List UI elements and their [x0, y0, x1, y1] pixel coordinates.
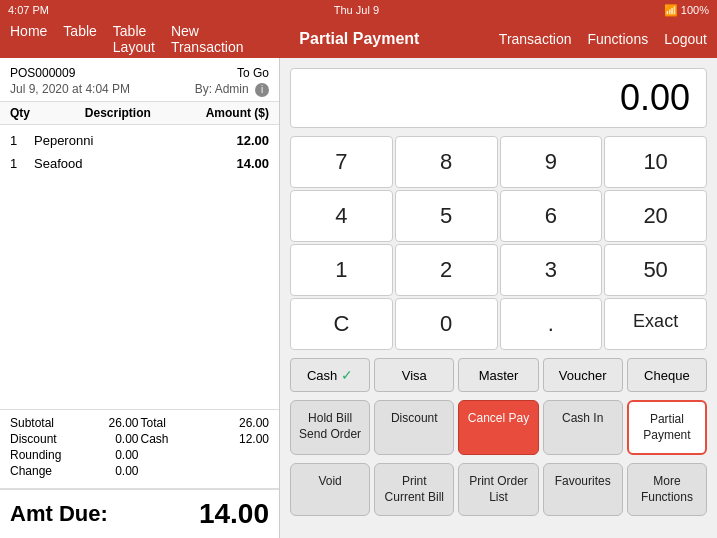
numpad-btn-c[interactable]: C — [290, 298, 393, 350]
col-description: Description — [85, 106, 151, 120]
action-btn-hold-bill-send-order[interactable]: Hold BillSend Order — [290, 400, 370, 455]
status-date: Thu Jul 9 — [334, 4, 379, 16]
numpad-btn-5[interactable]: 5 — [395, 190, 498, 242]
action-btn-favourites[interactable]: Favourites — [543, 463, 623, 516]
change-value: 0.00 — [75, 464, 138, 478]
info-icon[interactable]: i — [255, 83, 269, 97]
item2-desc: Seafood — [34, 156, 236, 171]
nav-logout[interactable]: Logout — [664, 31, 707, 47]
numpad-btn-8[interactable]: 8 — [395, 136, 498, 188]
rounding-value: 0.00 — [75, 448, 138, 462]
discount-value: 0.00 — [75, 432, 138, 446]
numpad-btn-6[interactable]: 6 — [500, 190, 603, 242]
item1-qty: 1 — [10, 133, 34, 148]
action-btn-discount[interactable]: Discount — [374, 400, 454, 455]
nav-table-layout[interactable]: Table Layout — [113, 23, 155, 55]
order-type: To Go — [237, 66, 269, 80]
numpad-btn-7[interactable]: 7 — [290, 136, 393, 188]
active-checkmark: ✓ — [341, 367, 353, 383]
payment-method-voucher[interactable]: Voucher — [543, 358, 623, 392]
nav-home[interactable]: Home — [10, 23, 47, 55]
payment-methods: Cash ✓VisaMasterVoucherCheque — [290, 358, 707, 392]
numpad-btn-9[interactable]: 9 — [500, 136, 603, 188]
receipt-totals: Subtotal 26.00 Total 26.00 Discount 0.00… — [0, 409, 279, 488]
nav-new-transaction[interactable]: New Transaction — [171, 23, 244, 55]
payment-method-cash[interactable]: Cash ✓ — [290, 358, 370, 392]
cash-value: 12.00 — [206, 432, 269, 446]
payment-method-visa[interactable]: Visa — [374, 358, 454, 392]
subtotal-label: Subtotal — [10, 416, 73, 430]
order-by: By: Admin i — [195, 82, 269, 97]
right-panel: 0.00 789104562012350C0.Exact Cash ✓VisaM… — [280, 58, 717, 538]
action-btn-partial-payment[interactable]: PartialPayment — [627, 400, 707, 455]
action-btn-more-functions[interactable]: MoreFunctions — [627, 463, 707, 516]
total-value: 26.00 — [206, 416, 269, 430]
receipt-header: POS000009 To Go Jul 9, 2020 at 4:04 PM B… — [0, 58, 279, 102]
nav-transaction[interactable]: Transaction — [499, 31, 572, 47]
payment-display: 0.00 — [290, 68, 707, 128]
nav-functions[interactable]: Functions — [587, 31, 648, 47]
col-amount: Amount ($) — [206, 106, 269, 120]
numpad-btn-50[interactable]: 50 — [604, 244, 707, 296]
payment-method-cheque[interactable]: Cheque — [627, 358, 707, 392]
item1-amt: 12.00 — [236, 133, 269, 148]
col-qty: Qty — [10, 106, 30, 120]
main-content: POS000009 To Go Jul 9, 2020 at 4:04 PM B… — [0, 58, 717, 538]
order-date: Jul 9, 2020 at 4:04 PM — [10, 82, 130, 97]
status-time: 4:07 PM — [8, 4, 49, 16]
status-right: 📶 100% — [664, 4, 709, 17]
numpad-btn-20[interactable]: 20 — [604, 190, 707, 242]
action-btn-print-current-bill[interactable]: PrintCurrent Bill — [374, 463, 454, 516]
amt-due-section: Amt Due: 14.00 — [0, 488, 279, 538]
order-number: POS000009 — [10, 66, 75, 80]
item2-amt: 14.00 — [236, 156, 269, 171]
action-btn-void[interactable]: Void — [290, 463, 370, 516]
battery-status: 100% — [681, 4, 709, 16]
numpad-btn-exact[interactable]: Exact — [604, 298, 707, 350]
numpad-btn-10[interactable]: 10 — [604, 136, 707, 188]
action-btn-print-order-list[interactable]: Print OrderList — [458, 463, 538, 516]
item2-qty: 1 — [10, 156, 34, 171]
change-label: Change — [10, 464, 73, 478]
receipt-items-list: 1 Peperonni 12.00 1 Seafood 14.00 — [0, 125, 279, 409]
rounding-label: Rounding — [10, 448, 73, 462]
amt-due-value: 14.00 — [199, 498, 269, 530]
total-label: Total — [141, 416, 204, 430]
numpad-btn-.[interactable]: . — [500, 298, 603, 350]
nav-table[interactable]: Table — [63, 23, 96, 55]
action-buttons-row2: VoidPrintCurrent BillPrint OrderListFavo… — [290, 463, 707, 516]
numpad-btn-3[interactable]: 3 — [500, 244, 603, 296]
cash-label: Cash — [141, 432, 204, 446]
nav-title: Partial Payment — [244, 30, 476, 48]
numpad-btn-0[interactable]: 0 — [395, 298, 498, 350]
nav-left: Home Table Table Layout New Transaction — [10, 23, 244, 55]
nav-right: Transaction Functions Logout — [475, 31, 707, 47]
subtotal-value: 26.00 — [75, 416, 138, 430]
numpad: 789104562012350C0.Exact — [290, 136, 707, 350]
numpad-btn-1[interactable]: 1 — [290, 244, 393, 296]
left-panel: POS000009 To Go Jul 9, 2020 at 4:04 PM B… — [0, 58, 280, 538]
numpad-btn-4[interactable]: 4 — [290, 190, 393, 242]
wifi-icon: 📶 — [664, 4, 681, 16]
amt-due-label: Amt Due: — [10, 501, 108, 527]
nav-bar: Home Table Table Layout New Transaction … — [0, 20, 717, 58]
receipt-column-headers: Qty Description Amount ($) — [0, 102, 279, 125]
status-bar: 4:07 PM Thu Jul 9 📶 100% — [0, 0, 717, 20]
action-btn-cash-in[interactable]: Cash In — [543, 400, 623, 455]
item1-desc: Peperonni — [34, 133, 236, 148]
receipt-item-1: 1 Peperonni 12.00 — [0, 129, 279, 152]
action-buttons-row1: Hold BillSend OrderDiscountCancel PayCas… — [290, 400, 707, 455]
action-btn-cancel-pay[interactable]: Cancel Pay — [458, 400, 538, 455]
discount-label: Discount — [10, 432, 73, 446]
receipt-item-2: 1 Seafood 14.00 — [0, 152, 279, 175]
payment-method-master[interactable]: Master — [458, 358, 538, 392]
numpad-btn-2[interactable]: 2 — [395, 244, 498, 296]
